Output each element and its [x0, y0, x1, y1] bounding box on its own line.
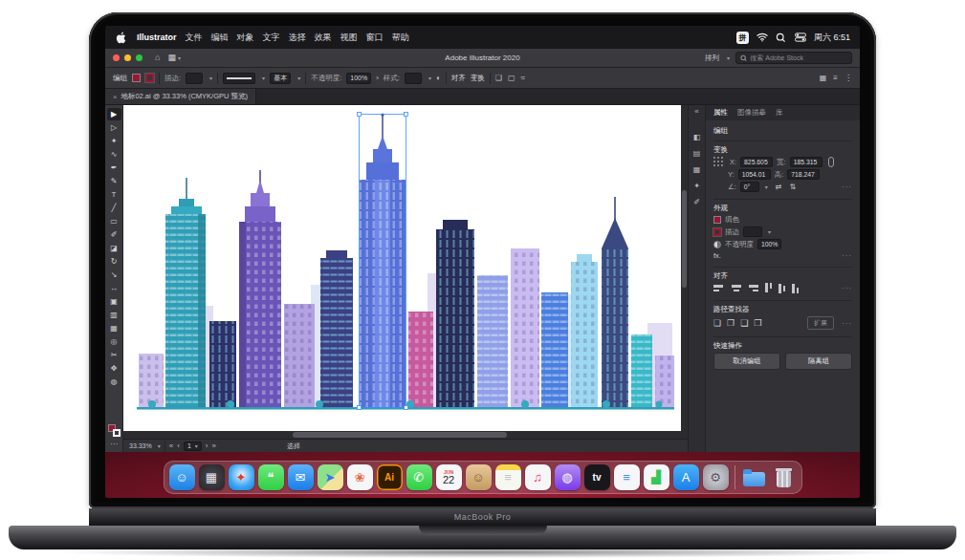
menubar-menu-6[interactable]: 视图 [340, 32, 358, 44]
unite-icon[interactable]: ❏ [713, 318, 721, 328]
curvature-tool[interactable]: ✎ [107, 175, 121, 187]
dock-facetime[interactable]: ✆ [406, 464, 432, 490]
link-dimensions-icon[interactable] [828, 157, 834, 167]
menubar-menu-2[interactable]: 对象 [237, 32, 254, 44]
scale-tool[interactable]: ↘ [107, 269, 121, 281]
dock-contacts[interactable]: ☺ [466, 464, 492, 490]
dock-safari[interactable]: ✦ [229, 464, 254, 490]
caret-down-icon[interactable]: ▾ [768, 228, 771, 235]
stroke-weight-field[interactable] [186, 73, 203, 84]
props-tab-1[interactable]: 图像描摹 [737, 108, 766, 118]
stock-search-input[interactable] [750, 54, 847, 61]
transform-more-options[interactable]: ··· [842, 183, 852, 191]
dock-photos[interactable]: ❀ [347, 464, 373, 490]
spotlight-search-icon[interactable] [776, 32, 787, 43]
wifi-icon[interactable] [757, 32, 768, 43]
style-dropdown[interactable] [405, 73, 422, 84]
line-tool[interactable]: ╱ [107, 202, 121, 214]
home-icon[interactable]: ⌂ [155, 54, 160, 62]
align-top-icon[interactable] [765, 283, 772, 293]
hamburger-icon[interactable]: ≡ [833, 74, 838, 82]
fullscreen-button[interactable] [136, 54, 143, 61]
free-transform-tool[interactable]: ▣ [107, 295, 121, 308]
expand-button[interactable]: 扩展 [807, 316, 834, 330]
fill-color-swatch[interactable] [713, 216, 721, 224]
stock-search-box[interactable] [735, 52, 852, 64]
dock-podcasts[interactable]: ◍ [555, 464, 581, 490]
first-artboard-icon[interactable]: « [169, 442, 173, 450]
menubar-menu-7[interactable]: 窗口 [366, 32, 384, 44]
align-more-options[interactable]: ··· [842, 284, 852, 292]
next-artboard-icon[interactable]: › [206, 442, 208, 450]
flip-vertical-icon[interactable]: ⇅ [790, 183, 797, 191]
hand-tool[interactable]: ✥ [107, 362, 121, 375]
appearance-more-options[interactable]: ··· [842, 251, 852, 260]
props-tab-2[interactable]: 库 [776, 108, 783, 118]
caret-down-icon[interactable]: ▾ [297, 75, 300, 81]
dock-illustrator[interactable]: Ai [377, 464, 403, 490]
exclude-icon[interactable]: ❒ [754, 318, 761, 328]
dock-calendar[interactable]: JUN22 [436, 464, 462, 490]
apple-menu-icon[interactable] [115, 32, 126, 43]
dock-mail[interactable]: ✉ [288, 464, 314, 490]
slice-tool[interactable]: ✂ [107, 349, 121, 361]
eraser-tool[interactable]: ◪ [107, 242, 121, 254]
stroke-weight-field[interactable] [743, 226, 762, 237]
menubar-menu-3[interactable]: 文字 [263, 32, 280, 44]
dock-trash[interactable] [771, 464, 797, 490]
shape-builder-icon[interactable]: ❏ [495, 74, 502, 82]
rotate-tool[interactable]: ↻ [107, 255, 121, 268]
stroke-color-swatch[interactable] [713, 228, 721, 236]
dock-tv[interactable]: tv [584, 464, 610, 490]
last-artboard-icon[interactable]: » [211, 442, 215, 450]
tab-close-icon[interactable]: × [113, 93, 117, 101]
dock-launchpad[interactable]: ▦ [199, 464, 225, 490]
close-button[interactable] [113, 54, 120, 61]
menubar-menu-1[interactable]: 编辑 [211, 32, 229, 44]
dock-downloads-folder[interactable] [741, 464, 767, 490]
intersect-icon[interactable]: ❑ [740, 318, 748, 328]
artboard-canvas[interactable] [123, 105, 688, 431]
brushes-panel-icon[interactable]: ✐ [693, 198, 700, 206]
select-similar-icon[interactable]: ≈ [521, 74, 525, 82]
document-tab[interactable]: × 地标02.ai @ 33.33% (CMYK/GPU 预览) [105, 89, 256, 104]
symbols-panel-icon[interactable]: ✦ [693, 182, 700, 190]
transform-button[interactable]: 变换 [471, 74, 485, 83]
toolbar-fill-stroke[interactable] [108, 424, 121, 437]
dock-appstore[interactable]: A [673, 464, 699, 490]
dock-notes[interactable]: ≡ [495, 464, 521, 490]
swatches-panel-icon[interactable]: ▦ [693, 165, 701, 174]
arrange-documents-button[interactable]: 排列 [705, 54, 719, 63]
flip-horizontal-icon[interactable]: ⇄ [776, 183, 782, 191]
lasso-tool[interactable]: ∿ [107, 148, 121, 161]
caret-down-icon[interactable]: ▾ [428, 75, 431, 81]
pathfinder-more-options[interactable]: ··· [842, 319, 852, 328]
fx-button[interactable]: fx. [713, 251, 721, 260]
ungroup-button[interactable]: 取消编组 [713, 353, 780, 370]
recolor-artwork-icon[interactable]: ◐ [436, 74, 441, 82]
opacity-field[interactable]: 100% [757, 239, 781, 249]
overflow-icon[interactable]: ⋮ [844, 74, 852, 82]
fill-swatch[interactable] [132, 74, 141, 82]
menubar-menu-8[interactable]: 帮助 [392, 32, 409, 44]
dock-settings[interactable]: ⚙ [703, 464, 729, 490]
control-center-icon[interactable] [795, 32, 806, 43]
dock-numbers[interactable]: ▟ [644, 464, 669, 490]
dock-finder[interactable]: ☺ [169, 464, 195, 490]
brush-dropdown[interactable]: 基本 [270, 73, 291, 84]
toolbar-more-icon[interactable]: ⋯ [110, 440, 118, 448]
height-field[interactable]: 718.247 [787, 169, 820, 180]
blend-tool[interactable]: ◎ [107, 335, 121, 348]
color-panel-icon[interactable]: ▤ [693, 149, 701, 158]
direct-selection-tool[interactable]: ▷ [107, 121, 121, 134]
menubar-clock[interactable]: 周六 6:51 [814, 32, 850, 44]
align-vcenter-icon[interactable] [779, 283, 785, 293]
artboard-number-field[interactable]: 1▾ [184, 442, 202, 451]
horizontal-scrollbar[interactable] [123, 431, 688, 439]
paintbrush-tool[interactable]: ✐ [107, 228, 121, 241]
menubar-menu-0[interactable]: 文件 [186, 32, 203, 44]
input-source-badge[interactable]: 拼 [736, 32, 749, 44]
dock-messages[interactable]: ❝ [258, 464, 284, 490]
width-tool[interactable]: ↔ [107, 282, 121, 294]
chevron-right-icon[interactable]: › [376, 74, 379, 82]
